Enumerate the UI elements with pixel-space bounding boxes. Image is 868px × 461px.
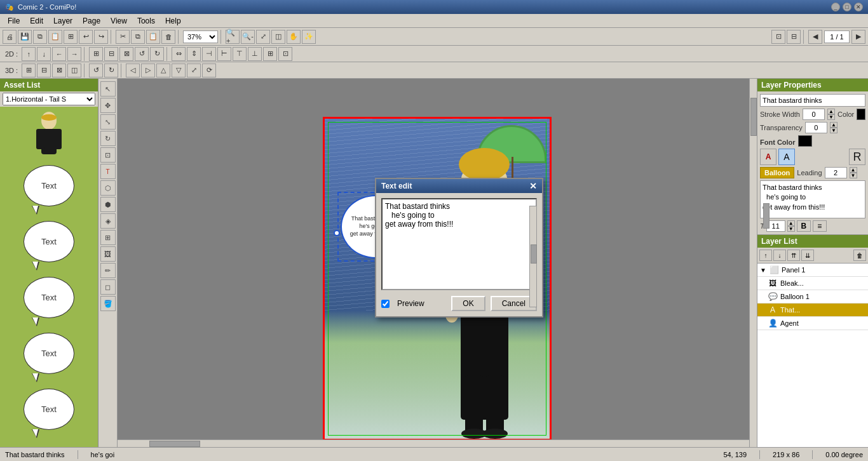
- tool-3d-3[interactable]: ◈: [100, 213, 116, 229]
- transparency-input[interactable]: [805, 122, 827, 133]
- dialog-title-bar[interactable]: Text edit ✕: [376, 179, 542, 193]
- 3d-btn7[interactable]: △: [156, 63, 170, 77]
- 2d-flip-h[interactable]: ⇔: [172, 47, 186, 61]
- ll-delete-btn[interactable]: 🗑: [853, 250, 866, 261]
- font-effect-1[interactable]: A: [760, 149, 776, 165]
- save-btn[interactable]: 💾: [18, 30, 32, 44]
- 2d-rotate-right[interactable]: ↻: [150, 47, 164, 61]
- menu-layer[interactable]: Layer: [48, 15, 78, 27]
- canvas-hscroll[interactable]: [118, 439, 749, 447]
- stroke-width-input[interactable]: [803, 109, 825, 120]
- minimize-btn[interactable]: _: [831, 3, 840, 11]
- 2d-btn1[interactable]: ⊞: [89, 47, 103, 61]
- tool-eraser[interactable]: ◻: [100, 279, 116, 295]
- 2d-left-btn[interactable]: ←: [52, 47, 66, 61]
- ll-bleak[interactable]: 🖼 Bleak...: [757, 277, 868, 290]
- fit-width-btn[interactable]: ⊟: [787, 30, 801, 44]
- 2d-align1[interactable]: ⊣: [202, 47, 216, 61]
- bold-btn[interactable]: B: [797, 220, 811, 232]
- ll-up-btn[interactable]: ↑: [759, 250, 772, 261]
- tool-fill[interactable]: 🪣: [100, 296, 116, 311]
- grid-btn[interactable]: ⊞: [64, 30, 78, 44]
- fit-page-btn[interactable]: ⊡: [771, 30, 785, 44]
- ll-panel1[interactable]: ▼ ⬜ Panel 1: [757, 264, 868, 277]
- dialog-scrollbar[interactable]: [529, 206, 537, 307]
- preview-checkbox[interactable]: [381, 300, 390, 308]
- 3d-btn3[interactable]: ⊠: [52, 63, 66, 77]
- 3d-btn6[interactable]: ▷: [141, 63, 155, 77]
- prev-page-btn[interactable]: ◀: [808, 30, 822, 44]
- delete-btn[interactable]: 🗑: [161, 30, 175, 44]
- 3d-rot1[interactable]: ↺: [89, 63, 103, 77]
- zoom-select[interactable]: 37% 50% 75% 100%: [183, 30, 218, 43]
- paste-from-btn[interactable]: 📋: [48, 30, 62, 44]
- asset-char-1[interactable]: [24, 109, 74, 160]
- 2d-align2[interactable]: ⊢: [217, 47, 231, 61]
- asset-bubble-4[interactable]: Text: [20, 333, 78, 384]
- maximize-btn[interactable]: □: [843, 3, 851, 11]
- 2d-btn2[interactable]: ⊟: [104, 47, 118, 61]
- menu-view[interactable]: View: [105, 15, 132, 27]
- copy2-btn[interactable]: ⧉: [131, 30, 145, 44]
- 3d-btn10[interactable]: ⟳: [202, 63, 216, 77]
- 2d-down-btn[interactable]: ↓: [37, 47, 51, 61]
- 3d-btn4[interactable]: ◫: [67, 63, 81, 77]
- leading-input[interactable]: [825, 167, 847, 178]
- canvas-vscroll-thumb[interactable]: [750, 98, 757, 136]
- copy-btn[interactable]: ⧉: [33, 30, 47, 44]
- 2d-right-btn[interactable]: →: [67, 47, 81, 61]
- 3d-rot2[interactable]: ↻: [104, 63, 118, 77]
- 2d-align4[interactable]: ⊥: [248, 47, 262, 61]
- zoom-in-btn[interactable]: 🔍+: [226, 30, 240, 44]
- tool-text[interactable]: T: [100, 164, 116, 179]
- 3d-btn5[interactable]: ◁: [126, 63, 140, 77]
- color-picker-box[interactable]: [857, 109, 865, 120]
- trans-up-btn[interactable]: ▲: [830, 122, 837, 128]
- page-input[interactable]: [824, 30, 850, 43]
- 2d-align5[interactable]: ⊞: [263, 47, 277, 61]
- tool-move[interactable]: ✥: [100, 98, 116, 113]
- 2d-flip-v[interactable]: ⇕: [187, 47, 201, 61]
- tool-pencil[interactable]: ✏: [100, 263, 116, 278]
- cut-btn[interactable]: ✂: [116, 30, 130, 44]
- layer-text-input[interactable]: [760, 94, 865, 107]
- leading-up-btn[interactable]: ▲: [850, 167, 857, 173]
- align-btn[interactable]: ≡: [813, 220, 827, 232]
- ll-top-btn[interactable]: ⇈: [787, 250, 800, 261]
- 2d-align6[interactable]: ⊡: [278, 47, 292, 61]
- canvas-vscroll[interactable]: [749, 79, 757, 447]
- print-btn[interactable]: 🖨: [3, 30, 17, 44]
- asset-bubble-3[interactable]: Text: [20, 277, 78, 328]
- 3d-btn8[interactable]: ▽: [172, 63, 186, 77]
- balloon-handle-left[interactable]: [334, 230, 340, 236]
- stroke-up-btn[interactable]: ▲: [827, 109, 835, 114]
- undo-btn[interactable]: ↩: [79, 30, 93, 44]
- pan-btn[interactable]: ✋: [287, 30, 301, 44]
- font-effect-2[interactable]: A: [778, 149, 795, 165]
- next-page-btn[interactable]: ▶: [851, 30, 865, 44]
- 2d-align3[interactable]: ⊤: [233, 47, 247, 61]
- menu-page[interactable]: Page: [78, 15, 105, 27]
- tool-3d-4[interactable]: ⊞: [100, 230, 116, 245]
- fontsize-down-btn[interactable]: ▼: [787, 226, 795, 232]
- ok-button[interactable]: OK: [451, 296, 485, 311]
- font-effect-3[interactable]: R: [849, 149, 865, 165]
- asset-bubble-1[interactable]: Text: [20, 165, 78, 216]
- 3d-btn1[interactable]: ⊞: [22, 63, 36, 77]
- asset-category-select[interactable]: 1.Horizontal - Tail S: [3, 93, 95, 105]
- menu-tools[interactable]: Tools: [132, 15, 160, 27]
- dialog-scroll-thumb[interactable]: [531, 244, 537, 264]
- title-bar-controls[interactable]: _ □ ✕: [831, 3, 863, 11]
- asset-bubble-5[interactable]: Text: [20, 389, 78, 439]
- leading-down-btn[interactable]: ▼: [850, 173, 857, 178]
- balloon-type-btn[interactable]: Balloon: [760, 167, 794, 178]
- menu-help[interactable]: Help: [160, 15, 186, 27]
- tool-crop[interactable]: ⊡: [100, 147, 116, 163]
- 3d-btn2[interactable]: ⊟: [37, 63, 51, 77]
- ll-bottom-btn[interactable]: ⇊: [801, 250, 814, 261]
- zoom-actual-btn[interactable]: ◫: [271, 30, 285, 44]
- font-color-box[interactable]: [798, 135, 812, 147]
- ll-balloon1[interactable]: 💬 Balloon 1: [757, 290, 868, 304]
- close-btn[interactable]: ✕: [854, 3, 863, 11]
- 2d-rotate-left[interactable]: ↺: [135, 47, 149, 61]
